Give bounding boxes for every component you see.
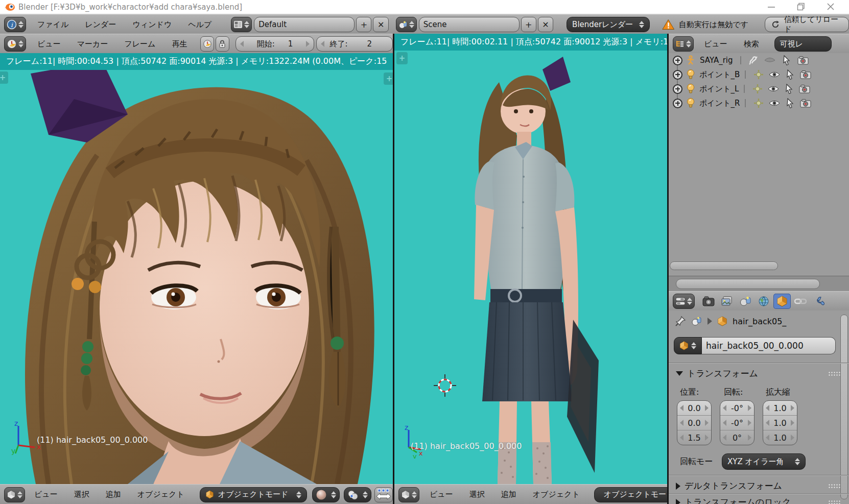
- selectable-cursor-icon[interactable]: [786, 69, 795, 80]
- object-name[interactable]: ポイント_L: [699, 84, 739, 94]
- frame-start-field[interactable]: 開始: 1: [235, 36, 315, 52]
- menu-view[interactable]: ビュー: [37, 39, 61, 49]
- expand-icon[interactable]: [673, 70, 682, 80]
- tab-scene[interactable]: [737, 294, 754, 309]
- region-expand-tab[interactable]: +: [0, 71, 8, 84]
- menu-frame[interactable]: フレーム: [124, 39, 155, 49]
- stepper-right-icon[interactable]: [791, 405, 794, 411]
- rotation-x-field[interactable]: -0°: [720, 401, 754, 416]
- hide-icon[interactable]: [764, 56, 776, 64]
- editor-type-button-outliner[interactable]: [673, 36, 694, 52]
- reload-trusted-button[interactable]: 信頼してリロード: [765, 17, 849, 32]
- scale-fields[interactable]: 1.0 1.0 1.0: [763, 400, 797, 445]
- rotation-z-field[interactable]: 0°: [720, 430, 754, 445]
- location-x-field[interactable]: 0.0: [677, 401, 711, 416]
- outliner-filter-dropdown[interactable]: 可視レ: [774, 36, 832, 52]
- expand-icon[interactable]: [673, 99, 682, 108]
- scale-z-field[interactable]: 1.0: [763, 430, 797, 445]
- transform-panel-header[interactable]: トランスフォーム: [676, 368, 844, 379]
- outliner-row-point-l[interactable]: ポイント_L: [669, 82, 849, 96]
- panel-grip-icon[interactable]: [828, 500, 841, 504]
- add-scene-button[interactable]: +: [521, 17, 536, 32]
- viewport-right[interactable]: フレーム:11| 時間:00:02.11 | 頂点:50742 面:90012 …: [394, 34, 667, 484]
- mode-dropdown[interactable]: オブジェクトモード: [594, 487, 667, 502]
- object-id-icon-button[interactable]: [674, 337, 702, 354]
- render-engine-dropdown[interactable]: Blenderレンダー: [567, 17, 650, 32]
- render-camera-icon[interactable]: [800, 70, 811, 79]
- expand-icon[interactable]: [676, 483, 680, 490]
- transform-lock-panel-header[interactable]: トランスフォームのロック: [676, 496, 844, 504]
- delete-scene-button[interactable]: ✕: [538, 17, 553, 32]
- editor-type-button-timeline[interactable]: [4, 36, 26, 52]
- pin-icon[interactable]: [675, 316, 686, 327]
- menu-window[interactable]: ウィンドウ: [132, 20, 172, 30]
- editor-type-button-3dview[interactable]: [398, 487, 419, 502]
- region-expand-tab[interactable]: +: [384, 73, 393, 85]
- location-fields[interactable]: 0.0 0.0 1.5: [677, 400, 712, 445]
- menu-playback[interactable]: 再生: [172, 39, 187, 49]
- add-layout-button[interactable]: +: [356, 17, 371, 32]
- scene-icon-button[interactable]: [396, 17, 417, 32]
- tab-render[interactable]: [700, 294, 717, 309]
- tab-world[interactable]: [755, 294, 772, 309]
- editor-switch-arrows[interactable]: [17, 491, 22, 498]
- mode-dropdown[interactable]: オブジェクトモード: [200, 487, 307, 502]
- pivot-dropdown[interactable]: [344, 487, 371, 502]
- render-camera-icon[interactable]: [799, 84, 810, 93]
- viewport-left[interactable]: フレーム:11| 時間:00:04.53 | 頂点:50742 面:90014 …: [0, 53, 393, 484]
- rotation-mode-dropdown[interactable]: XYZ オイラー角: [722, 453, 806, 470]
- visibility-eye-icon[interactable]: [768, 70, 781, 79]
- delta-transform-panel-header[interactable]: デルタトランスフォーム: [676, 480, 844, 492]
- editor-switch-arrows[interactable]: [687, 298, 692, 305]
- location-y-field[interactable]: 0.0: [677, 416, 711, 430]
- expand-icon[interactable]: [673, 84, 682, 94]
- time-toggle-button[interactable]: [200, 36, 214, 52]
- stepper-right-icon[interactable]: [748, 435, 751, 441]
- stepper-left-icon[interactable]: [766, 435, 769, 441]
- lamp-data-icon[interactable]: [753, 98, 764, 109]
- editor-type-button-info[interactable]: i: [4, 17, 26, 32]
- stepper-right-icon[interactable]: [748, 420, 751, 426]
- screen-layout-icon-button[interactable]: [231, 17, 252, 32]
- outliner-h-scrollbar[interactable]: [670, 261, 778, 270]
- outliner-row-saya-rig[interactable]: SAYA_rig: [669, 53, 849, 67]
- minimize-button[interactable]: [767, 3, 775, 11]
- menu-view[interactable]: ビュー: [430, 490, 453, 499]
- stepper-left-icon[interactable]: [766, 420, 769, 426]
- stepper-left-icon[interactable]: [680, 435, 683, 441]
- scale-x-field[interactable]: 1.0: [763, 401, 797, 416]
- stepper-left-icon[interactable]: [723, 405, 726, 411]
- panel-grip-icon[interactable]: [828, 484, 841, 489]
- menu-add[interactable]: 追加: [106, 490, 121, 499]
- collapse-icon[interactable]: [676, 371, 683, 376]
- tab-modifiers[interactable]: [810, 294, 828, 309]
- stepper-right-icon[interactable]: [705, 405, 709, 411]
- region-expand-tab[interactable]: +: [396, 52, 408, 64]
- tab-object[interactable]: [773, 294, 791, 309]
- render-camera-icon[interactable]: [797, 56, 809, 65]
- manipulator-toggle-button[interactable]: [374, 487, 393, 502]
- selectable-cursor-icon[interactable]: [786, 98, 795, 108]
- scene-field[interactable]: Scene: [419, 17, 520, 32]
- stepper-right-icon[interactable]: [306, 41, 310, 47]
- scene-breadcrumb-icon[interactable]: [691, 317, 702, 326]
- lamp-data-icon[interactable]: [753, 69, 764, 80]
- pose-icon[interactable]: [748, 55, 759, 65]
- close-button[interactable]: [827, 3, 835, 11]
- delete-layout-button[interactable]: ✕: [373, 17, 388, 32]
- stepper-left-icon[interactable]: [321, 41, 324, 47]
- object-name[interactable]: ポイント_R: [699, 99, 740, 108]
- menu-search[interactable]: 検索: [744, 39, 759, 49]
- menu-select[interactable]: 選択: [74, 490, 89, 499]
- editor-switch-arrows[interactable]: [18, 21, 23, 28]
- render-camera-icon[interactable]: [800, 99, 811, 108]
- properties-v-scrollbar[interactable]: [840, 315, 848, 499]
- stepper-right-icon[interactable]: [748, 405, 751, 411]
- expand-icon[interactable]: [676, 499, 680, 504]
- menu-file[interactable]: ファイル: [37, 20, 68, 30]
- restore-button[interactable]: [797, 3, 805, 11]
- editor-type-button-3dview[interactable]: [4, 487, 25, 502]
- screen-layout-field[interactable]: Default: [254, 17, 355, 32]
- stepper-right-icon[interactable]: [791, 420, 794, 426]
- menu-add[interactable]: 追加: [501, 490, 516, 499]
